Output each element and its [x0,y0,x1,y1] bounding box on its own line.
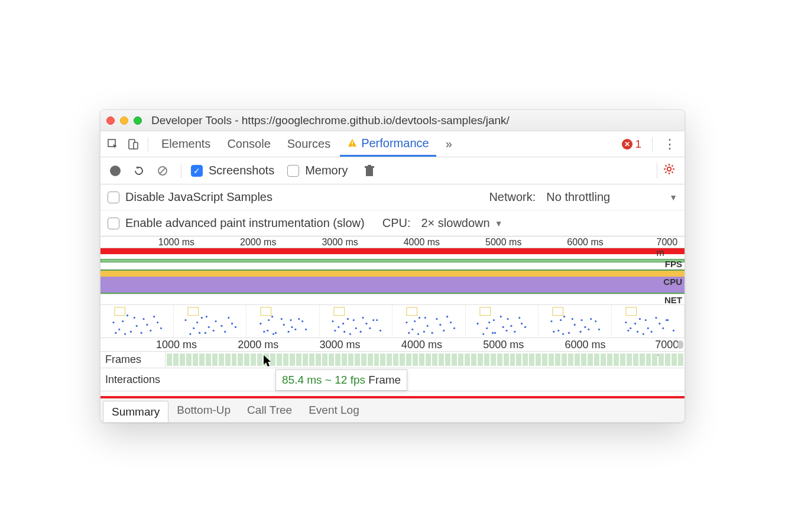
settings-row-1: Disable JavaScript Samples Network: No t… [100,184,685,210]
svg-line-17 [666,171,667,173]
svg-point-109 [507,318,508,320]
svg-point-141 [638,318,640,320]
tab-event-log[interactable]: Event Log [300,398,368,422]
screenshot-thumb[interactable] [320,305,393,338]
svg-point-76 [369,327,371,329]
frames-track: Frames [100,351,685,368]
capture-settings-icon[interactable] [657,163,679,179]
detail-ruler: 1000 ms 2000 ms 3000 ms 4000 ms 5000 ms … [100,338,685,351]
svg-point-79 [349,333,351,335]
scrollbar-thumb[interactable] [677,340,683,349]
svg-point-75 [362,317,364,319]
screenshot-thumb[interactable] [100,305,174,338]
screenshot-filmstrip[interactable] [100,305,685,338]
ruler-tick: 1000 ms [158,237,194,248]
svg-point-129 [553,331,554,333]
svg-point-93 [443,330,445,332]
cpu-select[interactable]: 2× slowdown ▼ [421,216,502,230]
screenshot-thumb[interactable] [466,305,539,338]
svg-rect-19 [115,307,125,316]
svg-point-124 [563,316,565,317]
memory-checkbox[interactable] [287,165,299,177]
svg-rect-121 [553,307,563,316]
warning-icon [347,138,358,148]
screenshot-thumb[interactable] [174,305,247,338]
ruler-tick: 2000 ms [238,339,278,351]
svg-line-18 [672,165,673,166]
svg-point-66 [268,319,270,321]
svg-point-88 [406,322,407,323]
frames-strip[interactable] [166,352,685,368]
svg-point-135 [572,318,573,320]
cpu-lane-label: CPU [663,277,682,287]
screenshot-thumb[interactable] [612,305,685,338]
screenshots-checkbox[interactable]: ✓ [191,165,203,177]
svg-point-128 [595,320,596,322]
error-badge[interactable]: ✕ 1 [622,138,641,151]
tab-bottom-up[interactable]: Bottom-Up [168,398,239,422]
svg-point-85 [365,323,367,325]
svg-point-105 [476,323,478,325]
svg-point-117 [488,322,490,323]
cpu-value: 2× slowdown [421,216,489,230]
clear-button[interactable] [154,162,171,180]
svg-point-116 [524,326,526,328]
memory-label: Memory [305,164,348,177]
traffic-lights [106,116,142,125]
svg-point-120 [491,332,493,334]
svg-point-103 [417,333,419,335]
svg-point-24 [142,318,144,320]
svg-point-100 [414,320,416,322]
flamechart-pane[interactable]: 1000 ms 2000 ms 3000 ms 4000 ms 5000 ms … [100,338,685,397]
svg-point-89 [411,329,413,330]
close-window-button[interactable] [106,116,115,125]
screenshot-thumb[interactable] [539,305,612,338]
tabs-overflow[interactable]: » [439,131,459,157]
svg-point-148 [650,331,652,333]
enable-paint-checkbox[interactable] [108,218,119,229]
svg-point-153 [659,323,660,325]
tab-performance[interactable]: Performance [340,131,436,157]
screenshot-thumb[interactable] [246,305,320,338]
device-toolbar-icon[interactable] [124,135,142,153]
svg-point-110 [514,331,515,333]
tab-summary[interactable]: Summary [103,401,168,422]
minimize-window-button[interactable] [120,116,128,125]
svg-point-134 [560,319,562,321]
zoom-window-button[interactable] [134,116,142,125]
screenshot-thumb[interactable] [392,305,466,338]
tab-elements[interactable]: Elements [154,131,218,157]
trash-icon[interactable] [361,162,378,180]
cpu-label: CPU: [382,216,411,230]
svg-point-27 [115,332,116,334]
svg-point-47 [228,317,229,319]
reload-record-button[interactable] [130,162,148,180]
svg-point-32 [122,320,124,322]
tab-call-tree[interactable]: Call Tree [239,398,300,422]
svg-point-108 [502,326,504,328]
tab-console[interactable]: Console [220,131,277,157]
svg-point-113 [494,332,495,334]
svg-point-133 [598,329,600,330]
svg-point-96 [423,331,425,333]
select-element-icon[interactable] [104,135,122,153]
disable-js-checkbox[interactable] [108,192,119,203]
svg-point-78 [334,330,336,332]
overview-pane[interactable]: 1000 ms 2000 ms 3000 ms 4000 ms 5000 ms … [100,236,685,338]
network-select[interactable]: No throttling [546,190,610,204]
svg-point-131 [580,331,582,333]
record-button[interactable] [106,162,124,180]
tab-sources[interactable]: Sources [280,131,338,157]
svg-point-65 [305,329,307,330]
svg-point-140 [630,327,631,329]
svg-point-127 [588,329,589,330]
svg-point-112 [482,333,484,335]
more-menu-icon[interactable]: ⋮ [659,137,681,152]
chevron-down-icon[interactable]: ▼ [669,193,677,202]
titlebar: Developer Tools - https://googlechrome.g… [100,110,685,131]
svg-point-149 [666,319,667,321]
svg-point-20 [112,322,114,323]
svg-point-80 [359,331,361,333]
svg-rect-36 [187,307,198,316]
tooltip-metric: 85.4 ms ~ 12 fps [282,374,365,386]
